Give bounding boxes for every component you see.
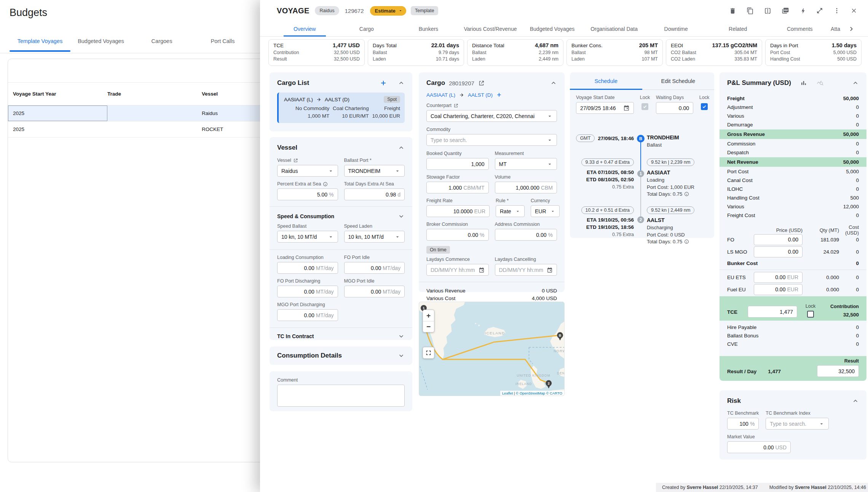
tab-overview[interactable]: Overview (274, 21, 336, 36)
map-zoom-in-button[interactable]: + (423, 310, 434, 321)
info-icon[interactable] (323, 182, 328, 187)
column-header-voyage-start-year[interactable]: Voyage Start Year (8, 83, 107, 105)
commodity-select[interactable]: Type to search. (426, 134, 557, 146)
tab-bunkers[interactable]: Bunkers (397, 21, 460, 36)
tc-benchmark-index-select[interactable]: Type to search. (766, 418, 829, 430)
percent-extra-input[interactable]: 5.00% (277, 188, 338, 200)
duplicate-icon[interactable] (747, 7, 754, 14)
rule-select[interactable]: Rate (496, 205, 525, 217)
fueleu-price-input[interactable]: 0.00EUR (754, 284, 803, 295)
map-zoom-out-button[interactable]: − (423, 321, 434, 332)
tab-cargo[interactable]: Cargo (336, 21, 398, 36)
start-date-lock-checkbox[interactable] (641, 103, 648, 110)
line-chart-search-icon[interactable] (816, 79, 824, 87)
more-options-icon[interactable] (833, 7, 840, 14)
vessel-select[interactable]: Raidus (277, 165, 338, 177)
collapse-cargo-icon[interactable] (550, 80, 557, 86)
currency-select[interactable]: EUR (531, 205, 560, 217)
ballast-port-select[interactable]: TRONDHEIM (344, 165, 405, 177)
open-cargo-icon[interactable] (478, 80, 485, 86)
volume-input[interactable]: 1,000.000CBM (495, 182, 557, 193)
counterpart-select[interactable]: Coal Chartering, Charterer, C2020, Chenn… (426, 110, 557, 122)
measurement-select[interactable]: MT (495, 158, 557, 170)
tce-input[interactable]: 1,477 (748, 306, 797, 318)
add-cargo-icon[interactable] (380, 79, 387, 87)
loading-consumption-input[interactable]: 0.00MT/day (277, 262, 338, 274)
collapse-pnl-icon[interactable] (852, 80, 859, 86)
close-icon[interactable] (850, 7, 857, 14)
tab-downtime[interactable]: Downtime (645, 21, 707, 36)
euets-price-input[interactable]: 0.00EUR (754, 272, 803, 283)
fo-port-discharging-input[interactable]: 0.00MT/day (277, 286, 338, 297)
cell-trade[interactable] (107, 105, 202, 121)
freight-rate-input[interactable]: 10.0000EUR (426, 205, 490, 217)
tce-lock-checkbox[interactable] (807, 311, 814, 318)
tab-comments[interactable]: Comments (769, 21, 831, 36)
days-extra-input[interactable]: 0.98d (344, 188, 405, 200)
collapse-cargo-list-icon[interactable] (398, 80, 405, 86)
tab-budgeted-voyages[interactable]: Budgeted Voyages (521, 21, 583, 36)
timeline-node-port1[interactable]: 1 (637, 170, 644, 177)
add-port-icon[interactable] (496, 92, 502, 98)
tab-cargoes[interactable]: Cargoes (131, 35, 192, 52)
tabs-scroll-right-icon[interactable] (848, 21, 858, 36)
pdf-icon[interactable]: PDF (782, 7, 789, 14)
bar-chart-icon[interactable] (800, 80, 807, 86)
speed-ballast-select[interactable]: 10 kn, 10 MT/d (277, 231, 338, 243)
timeline-node-ballast[interactable]: B (637, 135, 645, 142)
info-icon[interactable] (684, 239, 689, 244)
laydays-cancelling-input[interactable]: DD/MM/YY hh:mm (495, 264, 557, 276)
tab-port-calls[interactable]: Port Calls (192, 35, 253, 52)
tab-related[interactable]: Related (707, 21, 769, 36)
lightning-icon[interactable] (799, 7, 806, 14)
tc-benchmark-input[interactable]: 100% (727, 418, 759, 430)
booked-quantity-input[interactable]: 1,000 (426, 158, 489, 170)
tab-organisational-data[interactable]: Organisational Data (583, 21, 645, 36)
route-map[interactable]: ICELAND NORWAY UNITED KINGDOM IRELAND DE… (419, 302, 565, 396)
broker-commission-input[interactable]: 0.00% (426, 229, 489, 241)
stowage-factor-input[interactable]: 1.000CBM/MT (426, 182, 489, 193)
comment-input[interactable] (277, 385, 405, 407)
collapse-risk-icon[interactable] (852, 398, 859, 404)
fo-port-idle-input[interactable]: 0.00MT/day (344, 262, 405, 274)
cell-trade[interactable] (107, 121, 202, 137)
tab-schedule[interactable]: Schedule (570, 72, 642, 89)
cell-year[interactable]: 2025 (8, 121, 107, 137)
tab-various-cost-revenue[interactable]: Various Cost/Revenue (460, 21, 522, 36)
calendar-icon[interactable] (623, 105, 630, 111)
fo-price-input[interactable]: 0.00 (754, 234, 803, 245)
expand-consumption-details-icon[interactable] (398, 352, 405, 359)
timeline-node-port2[interactable]: 2 (637, 216, 644, 223)
tab-attachments[interactable]: Atta (831, 21, 848, 36)
expand-icon[interactable] (816, 7, 823, 14)
expand-speed-icon[interactable] (398, 213, 405, 220)
waiting-days-lock-checkbox[interactable] (701, 103, 708, 110)
origin-port-link[interactable]: AASIAAT (L) (426, 92, 455, 98)
waiting-days-input[interactable]: 0.00 (656, 102, 693, 114)
delete-icon[interactable] (729, 7, 736, 14)
info-icon[interactable] (684, 192, 689, 196)
open-vessel-icon[interactable] (293, 158, 298, 163)
flip-compare-icon[interactable] (764, 7, 771, 14)
mgo-port-idle-input[interactable]: 0.00MT/day (344, 286, 405, 297)
address-commission-input[interactable]: 0.00% (495, 229, 557, 241)
leaflet-link[interactable]: Leaflet (502, 391, 513, 395)
cargo-list-item[interactable]: AASIAAT (L) AALST (D) Spot No Commodity … (277, 93, 405, 123)
laydays-commence-input[interactable]: DD/MM/YY hh:mm (426, 264, 489, 276)
expand-tc-icon[interactable] (398, 333, 405, 340)
lsmgo-price-input[interactable]: 0.00 (754, 246, 803, 257)
cell-year[interactable]: 2025 (8, 105, 107, 121)
mgo-port-discharging-input[interactable]: 0.00MT/day (277, 309, 338, 321)
carto-link[interactable]: © CARTO (546, 391, 562, 395)
destination-port-link[interactable]: AALST (D) (468, 92, 493, 98)
tab-edit-schedule[interactable]: Edit Schedule (642, 72, 715, 89)
market-value-input[interactable]: 0.00USD (727, 441, 791, 453)
tab-template-voyages[interactable]: Template Voyages (10, 35, 70, 52)
map-fullscreen-button[interactable] (423, 347, 434, 359)
osm-link[interactable]: © OpenStreetMap (516, 391, 545, 395)
column-header-trade[interactable]: Trade (107, 83, 202, 105)
voyage-start-date-input[interactable]: 27/09/25 18:46 (576, 102, 634, 114)
open-counterpart-icon[interactable] (453, 103, 458, 108)
estimate-dropdown-button[interactable]: Estimate (370, 6, 406, 16)
collapse-vessel-icon[interactable] (398, 144, 405, 151)
